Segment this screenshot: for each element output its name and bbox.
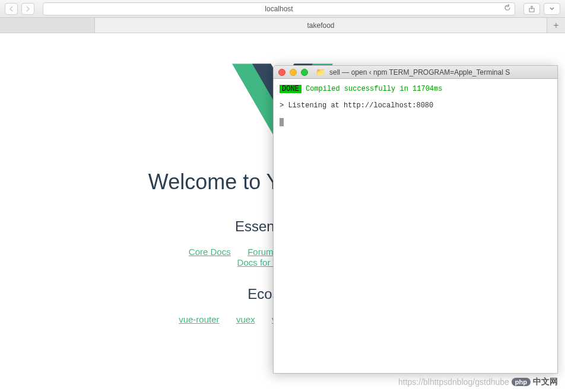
terminal-title-text: sell — open ‹ npm TERM_PROGRAM=Apple_Ter… bbox=[329, 68, 510, 77]
terminal-line-done: DONE Compiled successfully in 11704ms bbox=[280, 85, 551, 93]
address-bar[interactable]: localhost bbox=[43, 2, 515, 15]
reload-icon[interactable] bbox=[504, 4, 511, 13]
maximize-icon[interactable] bbox=[301, 69, 308, 76]
tab-active[interactable]: takefood bbox=[95, 18, 547, 33]
address-text: localhost bbox=[265, 5, 293, 13]
back-button[interactable] bbox=[5, 3, 18, 15]
link-vue-router[interactable]: vue-router bbox=[179, 314, 219, 324]
forward-button[interactable] bbox=[21, 3, 34, 15]
tab-bar: takefood + bbox=[0, 18, 565, 33]
terminal-window: 📁 sell — open ‹ npm TERM_PROGRAM=Apple_T… bbox=[273, 65, 558, 374]
php-badge: php bbox=[512, 378, 531, 386]
new-tab-button[interactable]: + bbox=[547, 18, 565, 33]
watermark-url: https://blhttpsdnblog/gstdhube bbox=[398, 377, 509, 387]
traffic-lights bbox=[278, 69, 308, 76]
link-core-docs[interactable]: Core Docs bbox=[189, 247, 231, 257]
terminal-cursor bbox=[280, 118, 284, 126]
minimize-icon[interactable] bbox=[290, 69, 297, 76]
terminal-body[interactable]: DONE Compiled successfully in 11704ms > … bbox=[274, 79, 557, 373]
link-forum[interactable]: Forum bbox=[247, 247, 273, 257]
watermark-cn: 中文网 bbox=[533, 377, 558, 387]
tab-inactive[interactable] bbox=[0, 18, 95, 33]
link-vuex[interactable]: vuex bbox=[236, 314, 255, 324]
folder-icon: 📁 bbox=[316, 68, 325, 77]
tabs-button[interactable] bbox=[544, 3, 560, 15]
terminal-line-listen: > Listening at http://localhost:8080 bbox=[280, 101, 551, 110]
toolbar-right bbox=[523, 3, 560, 15]
share-button[interactable] bbox=[523, 3, 540, 15]
watermark: https://blhttpsdnblog/gstdhube php 中文网 bbox=[398, 377, 558, 387]
close-icon[interactable] bbox=[278, 69, 285, 76]
browser-toolbar: localhost bbox=[0, 0, 565, 18]
done-badge: DONE bbox=[280, 85, 301, 93]
terminal-titlebar[interactable]: 📁 sell — open ‹ npm TERM_PROGRAM=Apple_T… bbox=[274, 66, 557, 79]
